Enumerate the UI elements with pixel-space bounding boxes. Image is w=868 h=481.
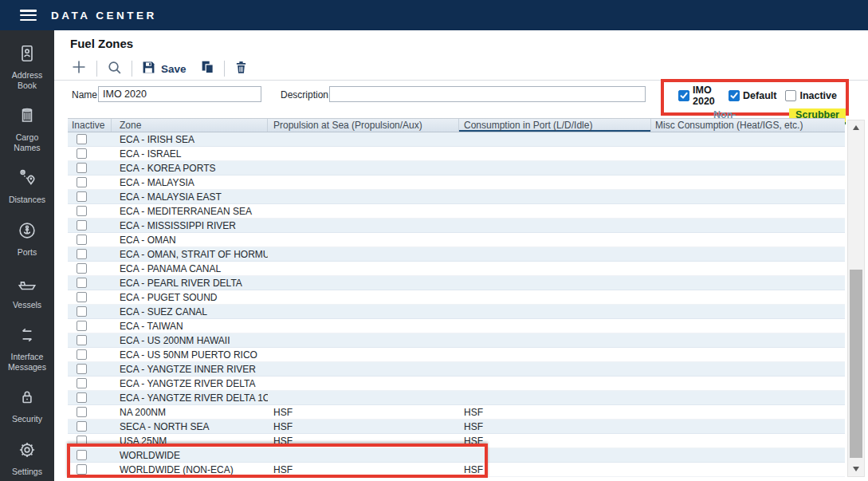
row-inactive-checkbox[interactable]: [77, 450, 87, 460]
table-row[interactable]: ECA - PANAMA CANAL: [68, 262, 845, 276]
table-row[interactable]: ECA - TAIWAN: [68, 319, 845, 333]
row-inactive-checkbox[interactable]: [77, 378, 87, 388]
zone-cell: ECA - ISRAEL: [112, 147, 268, 160]
delete-button[interactable]: [234, 60, 249, 78]
consumption-cell: [459, 190, 651, 203]
menu-hamburger-icon[interactable]: [20, 10, 37, 21]
consumption-cell: [459, 161, 651, 175]
consumption-cell: HSF: [459, 463, 651, 476]
row-inactive-checkbox[interactable]: [77, 148, 87, 159]
zone-cell: ECA - MEDITERRANEAN SEA: [112, 204, 268, 218]
sidebar-item-address-book[interactable]: Address Book: [0, 43, 54, 90]
column-header-consumption[interactable]: Consumption in Port (L/D/Idle): [459, 119, 651, 132]
table-row[interactable]: ECA - SUEZ CANAL: [68, 305, 845, 319]
table-row[interactable]: ECA - US 50NM PUERTO RICO: [68, 348, 845, 362]
row-inactive-checkbox[interactable]: [77, 306, 87, 317]
inactive-checkbox[interactable]: [785, 90, 796, 101]
imo2020-checkbox[interactable]: [678, 90, 689, 101]
table-row[interactable]: WORLDWIDE: [68, 448, 845, 463]
zone-cell: ECA - TAIWAN: [112, 319, 268, 333]
sidebar-item-security[interactable]: Security: [0, 387, 54, 424]
table-row[interactable]: ECA - KOREA PORTS: [68, 161, 845, 175]
row-inactive-checkbox[interactable]: [77, 278, 87, 288]
row-inactive-checkbox[interactable]: [77, 321, 87, 331]
row-inactive-checkbox[interactable]: [77, 464, 87, 475]
table-row[interactable]: WORLDWIDE (NON-ECA)HSFHSF: [68, 463, 845, 477]
row-inactive-checkbox[interactable]: [77, 263, 87, 274]
table-row[interactable]: ECA - MISSISSIPPI RIVER: [68, 219, 845, 233]
search-button[interactable]: [106, 59, 123, 79]
ship-icon: [16, 273, 38, 300]
table-row[interactable]: ECA - US 200NM HAWAII: [68, 333, 845, 348]
misc-cell: [651, 219, 845, 232]
table-row[interactable]: ECA - YANGTZE RIVER DELTA 1OCT: [68, 391, 845, 405]
column-header-zone[interactable]: Zone: [112, 119, 268, 132]
row-inactive-checkbox[interactable]: [77, 163, 87, 173]
table-row[interactable]: SECA - NORTH SEAHSFHSF: [68, 420, 845, 434]
description-input[interactable]: [329, 86, 646, 102]
sidebar-item-cargo-names[interactable]: Cargo Names: [0, 105, 54, 152]
row-inactive-checkbox[interactable]: [77, 292, 87, 302]
sidebar-item-vessels[interactable]: Vessels: [0, 273, 54, 310]
column-header-inactive[interactable]: Inactive: [68, 119, 112, 132]
table-row[interactable]: ECA - PEARL RIVER DELTA: [68, 276, 845, 290]
row-inactive-checkbox[interactable]: [77, 220, 87, 231]
column-header-misc[interactable]: Misc Consumption (Heat/IGS, etc.): [651, 119, 845, 132]
table-row[interactable]: ECA - ISRAEL: [68, 147, 845, 161]
row-inactive-checkbox[interactable]: [77, 235, 87, 245]
column-header-propulsion[interactable]: Propulsion at Sea (Propulsion/Aux): [268, 119, 459, 132]
row-inactive-checkbox[interactable]: [77, 436, 87, 446]
row-inactive-checkbox[interactable]: [77, 249, 87, 259]
copy-button[interactable]: [199, 59, 215, 78]
row-inactive-cell: [68, 377, 112, 390]
sidebar-item-distances[interactable]: Distances: [0, 168, 54, 205]
row-inactive-checkbox[interactable]: [77, 177, 87, 187]
table-row[interactable]: ECA - IRISH SEA: [68, 132, 845, 147]
save-button[interactable]: Save: [141, 60, 187, 78]
table-row[interactable]: USA 25NMHSFHSF: [68, 434, 845, 448]
zone-cell: ECA - MALAYSIA EAST: [112, 190, 268, 203]
row-inactive-checkbox[interactable]: [77, 407, 87, 417]
row-inactive-checkbox[interactable]: [77, 335, 87, 345]
row-inactive-cell: [68, 463, 112, 476]
highlight-box-options: IMO 2020 Default Inactive Non-Scrubber S…: [661, 79, 849, 116]
default-checkbox[interactable]: [729, 90, 740, 101]
scroll-down-button[interactable]: [848, 463, 864, 475]
sidebar-item-interface-messages[interactable]: Interface Messages: [0, 325, 54, 372]
misc-cell: [651, 247, 845, 261]
table-row[interactable]: ECA - YANGTZE INNER RIVER: [68, 362, 845, 377]
consumption-cell: [459, 132, 651, 146]
row-inactive-checkbox[interactable]: [77, 349, 87, 360]
propulsion-cell: [268, 219, 459, 232]
row-inactive-checkbox[interactable]: [77, 134, 87, 144]
row-inactive-cell: [68, 262, 112, 275]
sidebar-item-ports[interactable]: Ports: [0, 220, 54, 258]
row-inactive-checkbox[interactable]: [77, 206, 87, 216]
misc-cell: [651, 175, 845, 189]
row-inactive-checkbox[interactable]: [77, 392, 87, 403]
table-row[interactable]: ECA - MALAYSIA EAST: [68, 190, 845, 204]
scrollbar-thumb[interactable]: [850, 270, 862, 458]
vertical-scrollbar[interactable]: [847, 120, 865, 477]
name-input[interactable]: [98, 86, 261, 102]
table-row[interactable]: ECA - OMAN, STRAIT OF HORMUZ: [68, 247, 845, 262]
sidebar-item-settings[interactable]: Settings: [0, 440, 54, 477]
table-row[interactable]: ECA - MEDITERRANEAN SEA: [68, 204, 845, 219]
row-inactive-checkbox[interactable]: [77, 421, 87, 432]
table-row[interactable]: ECA - OMAN: [68, 233, 845, 247]
zone-cell: ECA - MISSISSIPPI RIVER: [112, 219, 268, 232]
toolbar-separator: [132, 61, 132, 77]
map-pins-icon: [17, 168, 37, 195]
table-row[interactable]: ECA - MALAYSIA: [68, 175, 845, 190]
sidebar-item-label: Vessels: [2, 300, 52, 310]
default-checkbox-group: Default: [729, 90, 776, 101]
add-button[interactable]: [70, 58, 88, 79]
row-inactive-checkbox[interactable]: [77, 191, 87, 202]
scroll-up-button[interactable]: [848, 121, 864, 134]
trash-icon: [234, 60, 249, 78]
misc-cell: [651, 132, 845, 146]
table-row[interactable]: NA 200NMHSFHSF: [68, 405, 845, 420]
table-row[interactable]: ECA - PUGET SOUND: [68, 290, 845, 305]
table-row[interactable]: ECA - YANGTZE RIVER DELTA: [68, 377, 845, 391]
row-inactive-checkbox[interactable]: [77, 364, 87, 374]
